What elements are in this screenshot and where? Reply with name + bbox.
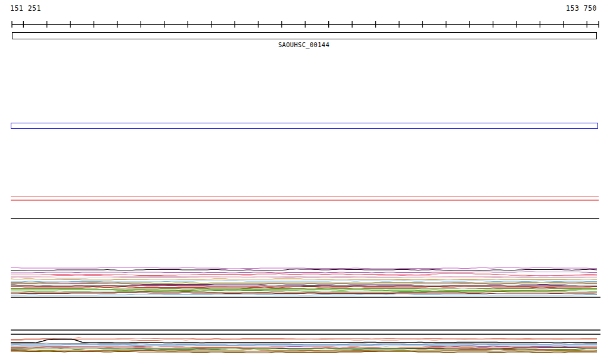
lower-plot <box>11 337 599 353</box>
browser-canvas <box>0 0 610 364</box>
ruler-start-position-label: 151 251 <box>10 4 41 13</box>
genome-browser-window: 151 251 153 750 SAOUHSC_00144 <box>0 0 610 364</box>
gene-feature-box[interactable] <box>12 32 597 39</box>
upper-plot <box>11 266 599 297</box>
ruler-end-position-label: 153 750 <box>566 4 597 13</box>
gene-feature-label: SAOUHSC_00144 <box>0 41 608 48</box>
ruler[interactable] <box>12 21 599 28</box>
selected-feature-box[interactable] <box>11 123 598 129</box>
